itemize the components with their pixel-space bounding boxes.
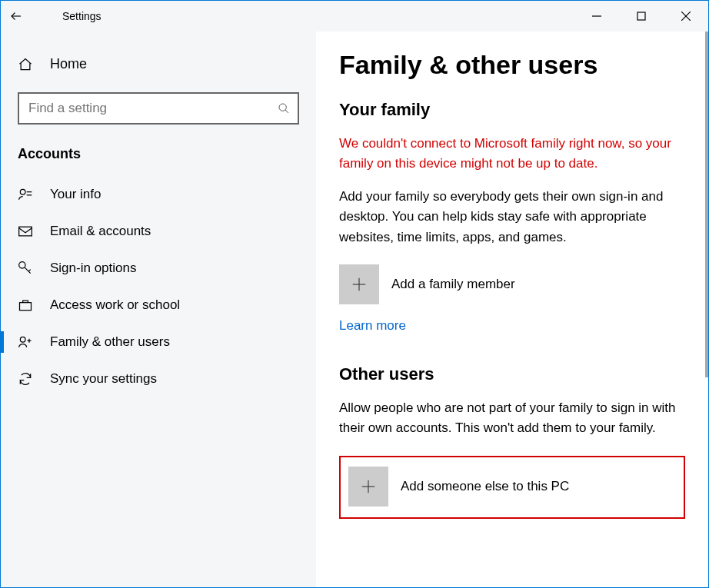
scrollbar-thumb[interactable] [705,32,708,377]
add-family-member-button[interactable]: Add a family member [339,264,685,304]
window-title: Settings [62,10,102,22]
svg-rect-9 [19,227,32,236]
close-button[interactable] [664,1,708,32]
minimize-button[interactable] [574,1,619,32]
page-title: Family & other users [339,50,685,80]
add-other-user-label: Add someone else to this PC [401,479,569,494]
sidebar: Home Accounts Your info [1,32,316,587]
svg-point-4 [279,104,286,111]
other-users-heading: Other users [339,364,685,384]
family-error-text: We couldn't connect to Microsoft family … [339,134,685,173]
sidebar-item-label: Sign-in options [50,261,136,276]
sidebar-item-family-users[interactable]: Family & other users [1,324,316,360]
home-icon [18,57,36,72]
sidebar-item-label: Email & accounts [50,224,151,239]
sync-icon [18,371,36,387]
search-input[interactable] [27,100,278,117]
svg-rect-1 [637,12,645,20]
learn-more-link[interactable]: Learn more [339,318,406,334]
sidebar-item-label: Your info [50,187,101,202]
svg-point-6 [20,189,25,194]
key-icon [18,261,36,276]
briefcase-icon [18,297,36,313]
people-plus-icon [18,334,36,350]
highlight-annotation: Add someone else to this PC [339,456,685,519]
maximize-button[interactable] [619,1,664,32]
sidebar-item-work-school[interactable]: Access work or school [1,287,316,324]
search-box[interactable] [18,92,299,125]
sidebar-item-label: Access work or school [50,297,180,313]
person-card-icon [18,187,36,202]
svg-point-12 [20,337,25,342]
family-description: Add your family so everybody gets their … [339,187,685,247]
sidebar-item-label: Sync your settings [50,371,157,387]
add-other-user-button[interactable]: Add someone else to this PC [348,467,676,507]
sidebar-item-signin-options[interactable]: Sign-in options [1,250,316,287]
add-family-label: Add a family member [391,277,515,292]
sidebar-item-email-accounts[interactable]: Email & accounts [1,213,316,250]
mail-icon [18,224,36,239]
plus-icon [348,467,388,507]
svg-point-10 [19,262,25,268]
other-users-description: Allow people who are not part of your fa… [339,398,685,439]
svg-rect-11 [20,303,32,311]
titlebar: Settings [1,1,708,32]
home-label: Home [50,56,87,72]
plus-icon [339,264,379,304]
sidebar-item-sync-settings[interactable]: Sync your settings [1,360,316,397]
main-panel: Family & other users Your family We coul… [316,32,708,587]
home-nav[interactable]: Home [1,47,316,81]
search-icon [278,102,290,115]
sidebar-item-label: Family & other users [50,334,170,350]
sidebar-item-your-info[interactable]: Your info [1,176,316,213]
back-button[interactable] [1,1,32,32]
svg-line-5 [285,110,288,113]
sidebar-section-title: Accounts [18,146,316,162]
family-heading: Your family [339,100,685,120]
